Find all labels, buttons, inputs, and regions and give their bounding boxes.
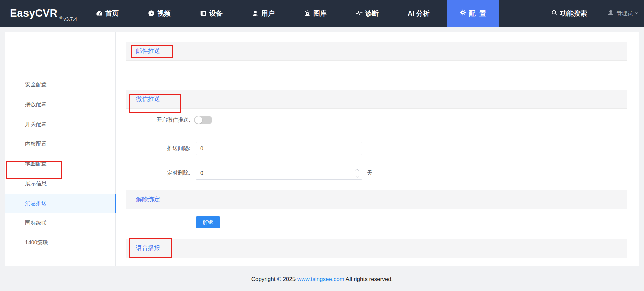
voice-broadcast-link[interactable]: 语音播报 [136,244,160,252]
sidebar-item-display-info[interactable]: 展示信息 [5,174,116,194]
chevron-down-icon [635,10,639,16]
sidebar-item-label: 消息推送 [25,200,47,207]
sidebar-item-security[interactable]: 安全配置 [5,75,116,95]
nav-item-label: 图库 [313,9,327,18]
nav-item-label: 视频 [157,9,171,18]
sidebar-item-1400-cascade[interactable]: 1400级联 [5,233,116,253]
version-label: v3.7.4 [63,16,77,22]
toggle-knob [195,116,202,124]
number-spinner [352,167,362,179]
gallery-icon [304,10,311,17]
nav-item-label: AI 分析 [408,9,430,18]
config-sidebar: 安全配置 播放配置 开关配置 内核配置 地图配置 展示信息 消息推送 国标级联 … [5,32,116,266]
user-label: 管理员 [616,10,633,17]
nav-item-label: 首页 [105,9,119,18]
sidebar-item-label: 播放配置 [25,101,47,108]
nav-item-label: 配 置 [469,9,487,18]
sidebar-item-gb-cascade[interactable]: 国标级联 [5,213,116,233]
user-icon [252,10,259,17]
nav-item-label: 设备 [209,9,223,18]
copyright-text: Copyright © 2025 [251,276,297,282]
wechat-toggle-label: 开启微信推送: [126,117,190,124]
settings-card: 安全配置 播放配置 开关配置 内核配置 地图配置 展示信息 消息推送 国标级联 … [5,32,639,266]
video-icon [148,10,155,17]
app-logo[interactable]: EasyCVR ® v3.7.4 [10,0,77,27]
sidebar-item-playback[interactable]: 播放配置 [5,95,116,115]
nav-item-label: 用户 [261,9,275,18]
sidebar-item-label: 展示信息 [25,180,47,187]
spinner-down-button[interactable] [352,173,362,179]
diagnosis-icon [356,10,363,17]
sidebar-item-label: 地图配置 [25,160,47,167]
avatar-icon [607,9,614,18]
sidebar-item-label: 内核配置 [25,141,47,148]
message-push-content: 邮件推送 开启邮件提醒: 微信推送 开启微信推送: 推送间隔: 定时删除: [126,32,627,266]
scheduled-delete-number-field [196,167,362,180]
nav-item-config-active[interactable]: 配 置 [447,0,499,27]
chevron-up-icon [355,169,358,172]
wechat-push-link[interactable]: 微信推送 [136,95,160,103]
top-navbar: EasyCVR ® v3.7.4 首页 视频 设备 用户 图库 诊断 [0,0,644,27]
gear-icon [459,9,466,18]
push-interval-input[interactable] [196,142,362,155]
scheduled-delete-label: 定时删除: [126,170,190,177]
nav-item-diagnosis[interactable]: 诊断 [356,0,379,27]
sidebar-item-map[interactable]: 地图配置 [5,154,116,174]
nav-item-device[interactable]: 设备 [200,0,223,27]
section-header-email-push: 邮件推送 [126,42,627,61]
sidebar-item-label: 国标级联 [25,220,47,227]
unbind-section-link[interactable]: 解除绑定 [136,195,160,203]
device-icon [200,10,207,17]
search-label: 功能搜索 [560,9,587,18]
logo-text: EasyCVR [10,7,57,19]
nav-item-gallery[interactable]: 图库 [304,0,327,27]
scheduled-delete-input[interactable] [196,167,362,180]
sidebar-item-label: 1400级联 [25,239,48,246]
registered-mark: ® [59,16,62,20]
section-header-wechat-push: 微信推送 [126,90,627,109]
nav-item-video[interactable]: 视频 [148,0,171,27]
wechat-push-toggle[interactable] [194,116,212,124]
unbind-button[interactable]: 解绑 [196,216,220,228]
section-header-unbind: 解除绑定 [126,190,627,209]
email-push-link[interactable]: 邮件推送 [136,47,160,55]
dashboard-icon [96,10,103,17]
nav-item-ai-analysis[interactable]: AI 分析 [408,0,430,27]
rights-text: All rights reserved. [344,276,393,282]
push-interval-row: 推送间隔: [126,142,362,155]
tsingsee-link[interactable]: www.tsingsee.com [297,276,344,282]
search-icon [551,9,558,18]
easycvr-config-page: EasyCVR ® v3.7.4 首页 视频 设备 用户 图库 诊断 [0,0,644,291]
sidebar-item-kernel[interactable]: 内核配置 [5,134,116,154]
sidebar-item-message-push[interactable]: 消息推送 [5,194,116,213]
section-header-voice-broadcast: 语音播报 [126,239,627,258]
days-unit-label: 天 [367,170,372,177]
sidebar-item-label: 安全配置 [25,81,47,88]
user-menu[interactable]: 管理员 [607,0,639,27]
nav-item-home[interactable]: 首页 [96,0,119,27]
wechat-toggle-row: 开启微信推送: [126,116,212,124]
nav-item-label: 诊断 [365,9,379,18]
chevron-down-icon [356,174,359,178]
sidebar-item-label: 开关配置 [25,121,47,128]
spinner-up-button[interactable] [352,167,362,173]
nav-item-user[interactable]: 用户 [252,0,275,27]
push-interval-label: 推送间隔: [126,145,190,152]
page-footer: Copyright © 2025 www.tsingsee.com All ri… [0,276,644,283]
function-search[interactable]: 功能搜索 [551,0,587,27]
sidebar-item-switch[interactable]: 开关配置 [5,115,116,134]
scheduled-delete-row: 定时删除: 天 [126,167,372,180]
